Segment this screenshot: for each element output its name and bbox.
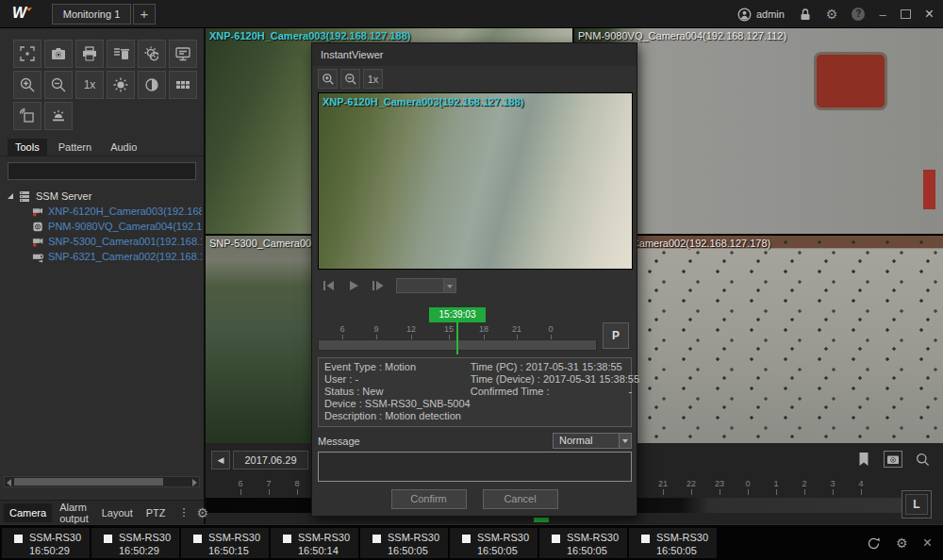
tree-node-server[interactable]: SSM Server [8, 189, 202, 204]
osd-button[interactable] [169, 40, 197, 68]
zoom-in-button[interactable] [13, 71, 41, 99]
panorama-button[interactable]: P [603, 322, 629, 349]
user-menu[interactable]: admin [737, 8, 785, 22]
contrast-button[interactable] [138, 71, 166, 99]
zoom-out-button[interactable] [44, 71, 73, 99]
event-checkbox[interactable] [552, 535, 560, 543]
event-checkbox[interactable] [193, 535, 202, 543]
event-checkbox[interactable] [641, 535, 650, 543]
dialog-position-marker[interactable] [456, 321, 458, 354]
zoom-1x-button[interactable]: 1x [75, 71, 104, 99]
brightness-button[interactable] [107, 71, 135, 99]
settings-gear-icon[interactable]: ⚙ [826, 8, 838, 21]
scrollbar-thumb[interactable] [14, 478, 163, 486]
minimize-button[interactable]: – [879, 8, 885, 22]
add-tab-button[interactable]: + [133, 4, 156, 25]
speed-select[interactable] [396, 278, 456, 293]
alarm-lamp-button[interactable] [44, 102, 73, 130]
search-zoom-icon[interactable] [916, 453, 930, 467]
bookmark-icon[interactable] [857, 452, 870, 467]
tab-tools[interactable]: Tools [8, 139, 47, 156]
tab-audio[interactable]: Audio [103, 139, 144, 156]
logo-accent [26, 5, 32, 10]
dialog-zoom-in-button[interactable] [318, 69, 338, 89]
ptz-camera-icon [32, 236, 43, 248]
tab-pattern[interactable]: Pattern [51, 139, 99, 156]
expand-arrow-icon[interactable] [8, 193, 13, 199]
tree-horizontal-scrollbar[interactable] [4, 476, 200, 487]
event-chip[interactable]: SSM-RS3016:50:14 [271, 528, 358, 558]
dropdown-arrow-icon [443, 279, 455, 292]
current-date[interactable]: 2017.06.29 [233, 451, 308, 469]
timeline-tick: 2 [795, 479, 814, 495]
dialog-zoom-1x-button[interactable]: 1x [363, 69, 383, 89]
play-icon[interactable] [347, 279, 360, 292]
event-checkbox[interactable] [462, 535, 471, 543]
event-checkbox[interactable] [372, 535, 381, 543]
dialog-timeline[interactable]: 15:39:03 6 9 12 15 18 21 0 [318, 307, 597, 356]
delete-event-button[interactable] [107, 40, 135, 68]
close-button[interactable]: × [925, 8, 934, 21]
tree-search-input[interactable] [8, 162, 196, 180]
event-chip[interactable]: SSM-RS3016:50:29 [91, 528, 179, 558]
lock-icon[interactable] [799, 8, 812, 22]
priority-select[interactable]: Normal [553, 433, 632, 449]
confirm-button[interactable]: Confirm [391, 489, 467, 509]
help-icon[interactable]: ? [852, 8, 865, 21]
snapshot-button[interactable] [44, 40, 73, 68]
event-checkbox[interactable] [104, 535, 112, 543]
step-forward-icon[interactable] [371, 279, 386, 292]
dropdown-arrow-icon[interactable] [619, 434, 631, 448]
timeline-position-marker[interactable] [534, 518, 549, 522]
scroll-left-icon[interactable] [7, 479, 11, 486]
tab-camera[interactable]: Camera [4, 503, 52, 522]
tab-monitoring-1[interactable]: Monitoring 1 [52, 4, 131, 25]
event-chip[interactable]: SSM-RS3016:50:05 [360, 528, 448, 558]
event-settings-gear-icon[interactable]: ⚙ [896, 536, 908, 550]
event-checkbox[interactable] [283, 535, 291, 543]
title-bar: W Monitoring 1 + admin ⚙ ? – × [0, 0, 943, 28]
live-button[interactable]: L [902, 490, 932, 519]
event-checkbox[interactable] [14, 535, 23, 543]
event-bar-actions: ⚙ × [867, 525, 932, 560]
event-reset-button[interactable] [138, 40, 166, 68]
layout-grid-button[interactable] [169, 71, 197, 99]
dialog-video[interactable]: XNP-6120H_Camera003(192.168.127.188) [318, 92, 633, 270]
print-button[interactable] [75, 40, 104, 68]
tab-layout[interactable]: Layout [96, 503, 139, 522]
dialog-title[interactable]: InstantViewer [312, 43, 637, 66]
tab-ptz[interactable]: PTZ [141, 503, 172, 522]
message-textarea[interactable] [318, 452, 632, 482]
tab-overflow-icon[interactable]: ⋮ [174, 502, 195, 522]
tab-alarm-output[interactable]: Alarm output [54, 498, 94, 528]
timeline-tick: 4 [852, 479, 870, 495]
prev-date-button[interactable]: ◀ [211, 451, 230, 469]
tree-node-camera004[interactable]: PNM-9080VQ_Camera004(192.168 [8, 219, 202, 234]
tree-node-camera002[interactable]: SNP-6321_Camera002(192.168.1.1 [8, 249, 202, 264]
dialog-toolbar: 1x [318, 69, 383, 89]
cancel-button[interactable]: Cancel [483, 489, 558, 509]
tree-node-camera003[interactable]: XNP-6120H_Camera003(192.168.1. [8, 204, 202, 219]
dialog-tick: 18 [474, 324, 493, 339]
fullscreen-button[interactable] [13, 40, 41, 68]
snapshot-tool[interactable] [884, 451, 902, 468]
video-push-button[interactable] [13, 102, 41, 130]
event-bar-close-icon[interactable]: × [923, 535, 932, 552]
step-backward-icon[interactable] [322, 279, 337, 292]
tree-node-camera001[interactable]: SNP-5300_Camera001(192.168.10 [8, 234, 202, 249]
tile-title: XNP-6120H_Camera003(192.168.127.188) [209, 30, 410, 41]
camera-label: SNP-6321_Camera002(192.168.1.1 [48, 251, 202, 262]
message-label: Message [318, 436, 360, 447]
maximize-button[interactable] [901, 9, 911, 19]
event-chip[interactable]: SSM-RS3016:50:05 [629, 528, 717, 558]
dialog-zoom-out-button[interactable] [340, 69, 360, 89]
camera-label: XNP-6120H_Camera003(192.168.1. [48, 206, 202, 217]
event-chip[interactable]: SSM-RS3016:50:05 [539, 528, 627, 558]
event-chip[interactable]: SSM-RS3016:50:15 [181, 528, 269, 558]
panel-gear-icon[interactable]: ⚙ [197, 506, 209, 519]
refresh-icon[interactable] [867, 536, 881, 551]
event-chip[interactable]: SSM-RS3016:50:05 [450, 528, 538, 558]
event-chip[interactable]: SSM-RS3016:50:29 [2, 528, 90, 558]
scene-kiosk [817, 55, 885, 107]
scroll-right-icon[interactable] [192, 479, 197, 486]
